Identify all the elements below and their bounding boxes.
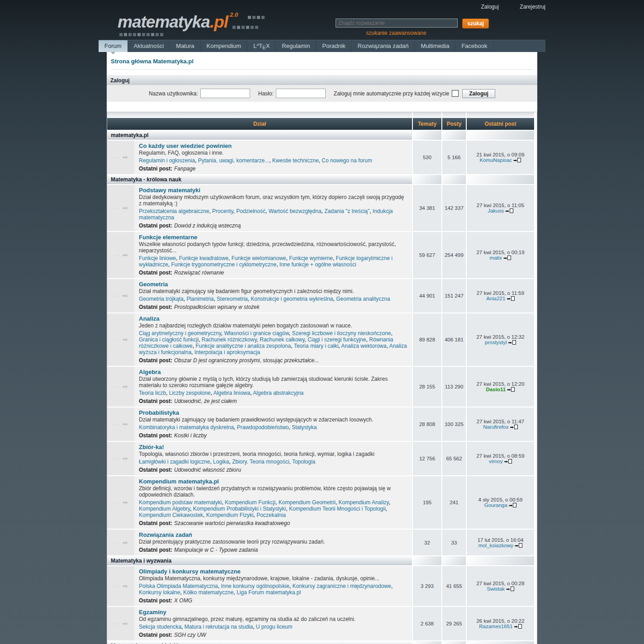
subforum-link[interactable]: Zadania "z treścią" [324, 208, 369, 214]
subforum-link[interactable]: Kompendium Analizy [339, 499, 389, 506]
nav-tab[interactable]: Regulamin [276, 40, 316, 52]
breadcrumb-home-link[interactable]: Strona główna Matematyka.pl [111, 58, 194, 65]
subforum-link[interactable]: Liga Forum matematyka.pl [237, 589, 301, 596]
goto-last-post-icon[interactable]: ➡ [510, 425, 517, 430]
search-input[interactable] [336, 19, 458, 28]
subforum-link[interactable]: Kompendium Funkcji [225, 499, 275, 506]
subforum-link[interactable]: Poczekalnia [256, 512, 286, 518]
subforum-link[interactable]: Teoria miary i całki [294, 343, 339, 349]
subforum-link[interactable]: Funkcje analityczne i analiza zespolona [195, 343, 291, 349]
subforum-link[interactable]: Algebra liniowa [213, 390, 250, 396]
autologin-checkbox[interactable] [452, 90, 459, 97]
last-post-topic-link[interactable]: Kostki i liczby [174, 432, 207, 439]
subforum-link[interactable]: Procenty [212, 208, 233, 214]
nav-tab[interactable]: Matura [170, 40, 200, 52]
last-post-topic-link[interactable]: SGH czy UW [174, 632, 206, 638]
subforum-link[interactable]: Rachunek całkowy [260, 336, 304, 343]
goto-last-post-icon[interactable]: ➡ [506, 587, 514, 592]
goto-last-post-icon[interactable]: ➡ [504, 459, 512, 464]
forum-title-link[interactable]: Geometria [139, 281, 168, 288]
subforum-link[interactable]: Własności i granice ciągów [224, 330, 289, 336]
subforum-link[interactable]: Funkcje liniowe [139, 255, 176, 261]
forum-title-link[interactable]: Rozwiązania zadań [139, 531, 192, 538]
last-post-topic-link[interactable]: Fanpage [174, 166, 195, 172]
forum-title-link[interactable]: Podstawy matematyki [139, 187, 200, 194]
goto-last-post-icon[interactable]: ➡ [515, 543, 522, 548]
forum-title-link[interactable]: Analiza [139, 315, 160, 322]
nav-tab[interactable]: Multimedia [415, 40, 456, 52]
goto-last-post-icon[interactable]: ➡ [513, 158, 521, 163]
subforum-link[interactable]: Kompendium Algebry [139, 506, 190, 512]
last-post-topic-link[interactable]: Rozwiązać równanie [174, 270, 224, 276]
nav-tab[interactable]: Aktualności [128, 40, 170, 52]
subforum-link[interactable]: Interpolacja i aproksymacja [194, 349, 260, 355]
goto-last-post-icon[interactable]: ➡ [509, 503, 516, 508]
subforum-link[interactable]: Topologia [292, 459, 315, 465]
subforum-link[interactable]: Kompendium podstaw matematyki [139, 499, 222, 506]
last-post-user-link[interactable]: Dasio11 [486, 387, 506, 392]
goto-last-post-icon[interactable]: ➡ [514, 624, 521, 629]
forum-title-link[interactable]: Funkcje elementarne [139, 234, 197, 241]
subforum-link[interactable]: Kwestie techniczne [272, 157, 319, 164]
password-field[interactable] [276, 89, 326, 98]
last-post-topic-link[interactable]: Manipulacje w C - Typowe zadania [174, 547, 258, 553]
subforum-link[interactable]: Liczby zespolone [169, 390, 211, 396]
subforum-link[interactable]: Kompendium Fizyki [206, 512, 254, 518]
forum-title-link[interactable]: Probabilistyka [139, 409, 179, 416]
subforum-link[interactable]: Prawdopodobieństwo [237, 424, 289, 431]
subforum-link[interactable]: Funkcje trygonometryczne i cyklometryczn… [171, 261, 276, 268]
subforum-link[interactable]: Sekcja studencka [139, 624, 181, 630]
last-post-user-link[interactable]: Jakuss [488, 208, 504, 213]
subforum-link[interactable]: Stereometria [217, 296, 248, 302]
subforum-link[interactable]: Ciągi i szeregi funkcyjne [308, 336, 366, 343]
last-post-user-link[interactable]: Razames1651 [479, 624, 512, 629]
nav-tab[interactable]: Rozwiązania zadań [352, 40, 415, 52]
forum-title-link[interactable]: Algebra [139, 369, 161, 375]
subforum-link[interactable]: Kompendium Teorii Mnogości i Topologii [289, 506, 386, 512]
last-post-user-link[interactable]: Narufirefox [483, 424, 508, 430]
subforum-link[interactable]: Granica i ciągłość funkcji [139, 336, 199, 343]
nav-tab[interactable]: LATEX [247, 40, 276, 52]
goto-last-post-icon[interactable]: ➡ [505, 208, 513, 213]
subforum-link[interactable]: Konkursy zagraniczne i międzynarodowe [293, 583, 391, 589]
subforum-link[interactable]: Łamigłówki i zagadki logiczne [139, 459, 210, 465]
subforum-link[interactable]: Matura i rekrutacja na studia [185, 624, 253, 630]
subforum-link[interactable]: Ciąg arytmetyczny i geometryczny [139, 330, 221, 336]
subforum-link[interactable]: Kompendium Geometrii [279, 499, 336, 506]
last-post-topic-link[interactable]: Dowód z indukcją wsteczną [174, 223, 241, 229]
subforum-link[interactable]: Przekształcenia algebraiczne [139, 208, 209, 214]
register-link[interactable]: Zarejestruj [520, 4, 545, 10]
forum-title-link[interactable]: Zbiór-ka! [139, 444, 164, 450]
nav-tab[interactable]: Facebook [455, 40, 493, 52]
last-post-topic-link[interactable]: Udowodnić własność zbioru [174, 467, 241, 473]
nav-tab[interactable]: Kompendium [201, 40, 248, 52]
last-post-topic-link[interactable]: Udowodnić, że jest ciałem [174, 398, 237, 404]
subforum-link[interactable]: Szeregi liczbowe i iloczyny nieskończone [292, 330, 391, 336]
last-post-topic-link[interactable]: Obszar D jest ograniczony prostymi, stos… [174, 357, 319, 364]
subforum-link[interactable]: Planimetria [186, 296, 213, 302]
subforum-link[interactable]: Inne funkcje + ogólne własności [279, 261, 356, 268]
nav-tab[interactable]: Forum [99, 40, 128, 52]
subforum-link[interactable]: Regulamin i ogłoszenia [139, 157, 195, 164]
forum-title-link[interactable]: Egzaminy [139, 609, 166, 616]
subforum-link[interactable]: Statystyka [292, 424, 317, 431]
subforum-link[interactable]: Kompendium Ciekawostek [139, 512, 203, 518]
subforum-link[interactable]: Kompendium Probabilistyki i Statystyki [193, 506, 286, 512]
subforum-link[interactable]: Logika [213, 459, 229, 465]
subforum-link[interactable]: Zbiory. Teoria mnogości [232, 459, 289, 465]
subforum-link[interactable]: Analiza wektorowa [341, 343, 386, 349]
search-button[interactable]: szukaj [462, 19, 489, 28]
last-post-user-link[interactable]: prostystyl [485, 340, 507, 345]
subforum-link[interactable]: Polska Olimpiada Matematyczna [139, 583, 218, 589]
last-post-user-link[interactable]: virnoy [489, 459, 503, 464]
subforum-link[interactable]: Rachunek różniczkowy [202, 336, 257, 343]
forum-title-link[interactable]: Kompendium matematyka.pl [139, 478, 219, 485]
last-post-user-link[interactable]: KomuNapisac [480, 157, 512, 163]
username-field[interactable] [200, 89, 250, 98]
subforum-link[interactable]: Kombinatoryka i matematyka dyskretna [139, 424, 234, 431]
site-logo[interactable]: matematyka.pl2.0 [118, 11, 238, 32]
subforum-link[interactable]: Funkcje wymierne [289, 255, 333, 261]
subforum-link[interactable]: Pytania, uwagi, komentarze... [198, 157, 269, 164]
forum-title-link[interactable]: Co każdy user wiedzieć powinien [139, 142, 232, 149]
subforum-link[interactable]: Inne konkursy ogólnopolskie [221, 583, 289, 589]
